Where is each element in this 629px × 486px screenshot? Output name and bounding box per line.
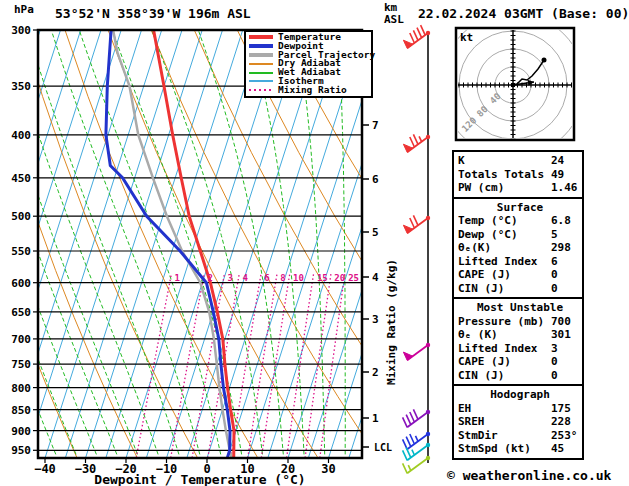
row-label: Lifted Index [458, 255, 551, 269]
svg-text:750: 750 [11, 358, 31, 371]
table-header: Hodograph [458, 388, 582, 402]
indices-tables: K24Totals Totals49PW (cm)1.46SurfaceTemp… [452, 152, 584, 460]
row-label: StmDir [458, 429, 551, 443]
lcl-label: LCL [374, 442, 392, 453]
row-value: 700 [551, 315, 582, 329]
row-label: CIN (J) [458, 282, 551, 296]
row-value: 301 [551, 328, 582, 342]
svg-text:800: 800 [11, 382, 31, 395]
wind-barb [403, 215, 430, 233]
table-row: Lifted Index6 [458, 255, 582, 269]
table-row: Pressure (mb)700 [458, 315, 582, 329]
svg-text:3: 3 [228, 273, 233, 283]
svg-text:600: 600 [11, 277, 31, 290]
row-label: Totals Totals [458, 168, 551, 182]
svg-text:2: 2 [207, 273, 212, 283]
svg-text:500: 500 [11, 210, 31, 223]
index-table: Most UnstablePressure (mb)700θₑ (K)301Li… [452, 297, 584, 386]
row-label: StmSpd (kt) [458, 442, 551, 456]
row-label: PW (cm) [458, 181, 551, 195]
row-label: θₑ(K) [458, 241, 551, 255]
legend-swatch [249, 80, 273, 82]
row-value: 24 [551, 154, 582, 168]
svg-text:1: 1 [372, 412, 379, 425]
svg-text:20: 20 [334, 273, 345, 283]
legend-swatch [249, 35, 273, 39]
skewt-page: hPa 53°52'N 358°39'W 196m ASL km ASL 22.… [0, 0, 629, 486]
row-value: 228 [551, 415, 582, 429]
table-row: StmSpd (kt)45 [458, 442, 582, 456]
legend-swatch [249, 53, 273, 57]
svg-text:4: 4 [372, 271, 379, 284]
svg-text:350: 350 [11, 80, 31, 93]
row-value: 175 [551, 402, 582, 416]
table-row: StmDir253° [458, 429, 582, 443]
svg-text:650: 650 [11, 306, 31, 319]
wind-barb [403, 25, 430, 48]
row-label: SREH [458, 415, 551, 429]
dewpoint-curve [106, 30, 230, 461]
svg-text:25: 25 [348, 273, 359, 283]
legend-label: Mixing Ratio [278, 86, 347, 95]
svg-text:3: 3 [372, 313, 379, 326]
table-row: PW (cm)1.46 [458, 181, 582, 195]
legend-swatch [249, 63, 273, 65]
svg-text:7: 7 [372, 119, 379, 132]
table-row: CAPE (J)0 [458, 355, 582, 369]
legend: TemperatureDewpointParcel TrajectoryDry … [244, 30, 373, 98]
table-row: Dewp (°C)5 [458, 228, 582, 242]
row-value: 0 [551, 282, 582, 296]
wind-barb [403, 134, 430, 152]
svg-text:700: 700 [11, 333, 31, 346]
pressure-tick-labels: 3003504004505005506006507007508008509009… [11, 24, 31, 457]
svg-text:6: 6 [264, 273, 269, 283]
row-label: CIN (J) [458, 369, 551, 383]
table-row: K24 [458, 154, 582, 168]
table-row: SREH228 [458, 415, 582, 429]
row-label: CAPE (J) [458, 268, 551, 282]
svg-text:450: 450 [11, 172, 31, 185]
svg-text:8: 8 [280, 273, 285, 283]
row-value: 298 [551, 241, 582, 255]
index-table: K24Totals Totals49PW (cm)1.46 [452, 150, 584, 199]
svg-text:850: 850 [11, 404, 31, 417]
table-row: Totals Totals49 [458, 168, 582, 182]
legend-item: Mixing Ratio [249, 86, 368, 95]
legend-swatch [249, 44, 273, 48]
table-row: θₑ (K)301 [458, 328, 582, 342]
svg-text:4: 4 [243, 273, 249, 283]
svg-text:300: 300 [11, 24, 31, 37]
table-row: Lifted Index3 [458, 342, 582, 356]
wind-barb [403, 409, 431, 427]
row-label: Lifted Index [458, 342, 551, 356]
row-value: 5 [551, 228, 582, 242]
svg-text:6: 6 [372, 173, 379, 186]
svg-text:2: 2 [372, 366, 379, 379]
svg-text:900: 900 [11, 425, 31, 438]
row-label: Pressure (mb) [458, 315, 551, 329]
table-row: CIN (J)0 [458, 282, 582, 296]
row-value: 6.8 [551, 214, 582, 228]
row-value: 0 [551, 268, 582, 282]
svg-text:950: 950 [11, 444, 31, 457]
svg-text:10: 10 [293, 273, 304, 283]
row-value: 0 [551, 355, 582, 369]
table-row: EH175 [458, 402, 582, 416]
svg-text:5: 5 [372, 226, 379, 239]
row-label: Dewp (°C) [458, 228, 551, 242]
svg-text:15: 15 [317, 273, 328, 283]
x-axis-title: Dewpoint / Temperature (°C) [38, 472, 362, 486]
row-value: 6 [551, 255, 582, 269]
row-value: 0 [551, 369, 582, 383]
index-table: HodographEH175SREH228StmDir253°StmSpd (k… [452, 384, 584, 460]
table-header: Most Unstable [458, 301, 582, 315]
wind-barb [403, 343, 430, 361]
svg-text:400: 400 [11, 129, 31, 142]
row-label: EH [458, 402, 551, 416]
svg-text:550: 550 [11, 245, 31, 258]
table-header: Surface [458, 201, 582, 215]
hodograph-unit-label: kt [460, 31, 473, 44]
legend-swatch [249, 89, 273, 91]
table-row: CIN (J)0 [458, 369, 582, 383]
row-value: 253° [551, 429, 582, 443]
